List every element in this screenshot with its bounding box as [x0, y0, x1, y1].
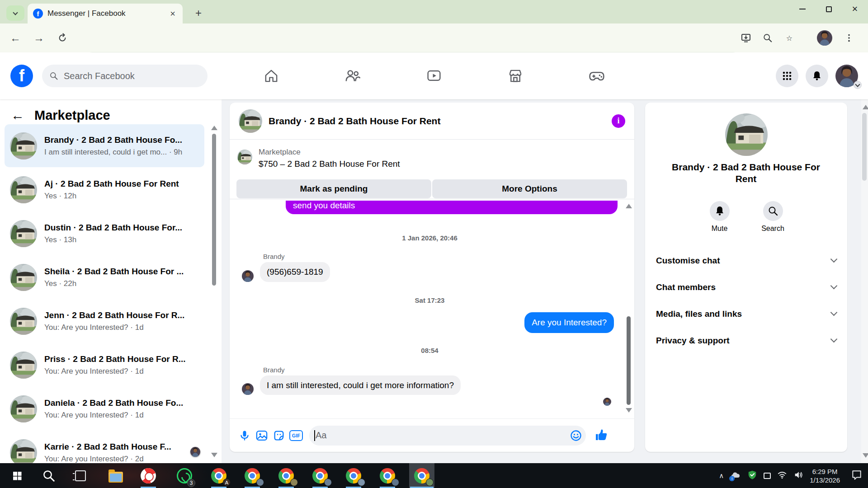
gif-icon[interactable]: GIF [288, 427, 305, 444]
chrome-icon-5[interactable] [341, 463, 366, 488]
chevron-down-icon [13, 10, 18, 15]
task-view-icon[interactable] [68, 463, 93, 488]
browser-tab-strip: f Messenger | Facebook × + × [0, 0, 868, 23]
menu-customise-chat[interactable]: Customise chat [645, 247, 847, 274]
chrome-icon-3[interactable] [274, 463, 299, 488]
floating-avatar[interactable] [190, 447, 200, 457]
tray-expand-icon[interactable]: ∧ [719, 472, 724, 480]
message-received: I am still interested, could i get more … [260, 375, 461, 395]
maximize-button[interactable] [816, 0, 842, 18]
action-center-icon[interactable] [851, 469, 863, 483]
minimize-button[interactable] [789, 0, 816, 18]
nav-watch-tab[interactable] [407, 64, 461, 88]
security-shield-icon[interactable] [747, 470, 757, 482]
search-icon [768, 206, 778, 216]
thumbs-up-icon[interactable] [594, 427, 609, 444]
volume-icon[interactable] [793, 470, 803, 482]
chat-avatar[interactable] [239, 109, 262, 133]
details-avatar[interactable] [725, 113, 768, 156]
message-input-wrap [309, 426, 586, 446]
conversation-item[interactable]: Aj · 2 Bad 2 Bath House For RentYes · 12… [5, 168, 204, 211]
menu-media-files-links[interactable]: Media, files and links [645, 300, 847, 327]
install-app-icon[interactable] [737, 29, 755, 47]
facebook-search[interactable]: Search Facebook [42, 65, 208, 87]
conversation-item[interactable]: Daniela · 2 Bad 2 Bath House Fo...You: A… [5, 387, 204, 430]
conversation-snippet: Yes · 13h [44, 235, 182, 244]
conversation-title: Aj · 2 Bad 2 Bath House For Rent [44, 179, 179, 189]
info-icon[interactable]: i [612, 114, 625, 128]
message-input[interactable] [309, 426, 586, 446]
mute-button[interactable]: Mute [705, 201, 734, 233]
app-icon-red[interactable] [136, 463, 161, 488]
nav-gaming-tab[interactable] [570, 64, 624, 88]
apps-menu-button[interactable] [776, 65, 798, 87]
search-conversation-button[interactable]: Search [759, 201, 788, 233]
notifications-button[interactable] [806, 65, 828, 87]
start-button[interactable] [5, 463, 30, 488]
browser-tab[interactable]: f Messenger | Facebook × [28, 4, 183, 23]
chat-scroll-down-icon[interactable] [626, 408, 632, 413]
search-placeholder: Search Facebook [64, 71, 135, 81]
screen: f Messenger | Facebook × + × ← → faceboo… [0, 0, 868, 488]
attach-photo-icon[interactable] [253, 427, 270, 444]
scroll-down-icon[interactable] [863, 453, 868, 458]
sidebar-scroll-down-icon[interactable] [211, 453, 218, 457]
more-options-button[interactable]: More Options [432, 179, 627, 198]
clock-date: 1/13/2026 [810, 476, 840, 484]
chat-scrollbar[interactable] [627, 316, 631, 405]
chrome-icon-4[interactable] [307, 463, 333, 488]
back-arrow-icon[interactable]: ← [11, 108, 24, 123]
file-explorer-icon[interactable] [103, 463, 128, 488]
chat-scroll-up-icon[interactable] [626, 204, 632, 208]
marketplace-label: Marketplace [259, 148, 301, 157]
zoom-icon[interactable] [759, 29, 777, 47]
menu-chat-members[interactable]: Chat members [645, 274, 847, 300]
conversation-item[interactable]: Priss · 2 Bad 2 Bath House For R...You: … [5, 343, 204, 386]
mark-as-pending-button[interactable]: Mark as pending [236, 179, 431, 198]
wifi-icon[interactable] [777, 470, 787, 482]
emoji-icon[interactable] [570, 429, 582, 444]
nav-home-tab[interactable] [244, 64, 298, 88]
conversation-item[interactable]: Dustin · 2 Bad 2 Bath House For...Yes · … [5, 212, 204, 255]
browser-toolbar: ← → facebook.com/messages/t/125443186319… [0, 23, 868, 52]
chrome-icon-2[interactable] [240, 463, 265, 488]
forward-icon[interactable]: → [30, 29, 48, 47]
conversation-item[interactable]: Brandy · 2 Bad 2 Bath House Fo...I am st… [5, 124, 204, 167]
conversation-title: Karrie · 2 Bad 2 Bath House F... [44, 442, 171, 452]
onedrive-icon[interactable]: i [730, 469, 741, 482]
tab-close-icon[interactable]: × [168, 9, 177, 19]
reload-icon[interactable] [53, 29, 71, 47]
chrome-icon-active[interactable] [409, 463, 434, 488]
sidebar-scrollbar[interactable] [212, 134, 216, 286]
conversation-title: Brandy · 2 Bad 2 Bath House Fo... [44, 135, 182, 145]
search-icon [49, 71, 58, 80]
taskbar-search-icon[interactable] [36, 463, 61, 488]
browser-profile-avatar[interactable] [816, 29, 834, 47]
facebook-logo[interactable]: f [10, 65, 33, 87]
house-avatar [10, 132, 37, 160]
sticker-icon[interactable] [270, 427, 288, 444]
menu-privacy-support[interactable]: Privacy & support [645, 327, 847, 354]
taskbar-clock[interactable]: 6:29 PM 1/13/2026 [810, 467, 840, 484]
account-chevron-icon [854, 81, 862, 89]
tab-search-button[interactable] [6, 5, 24, 21]
nav-friends-tab[interactable] [326, 64, 380, 88]
nav-marketplace-tab[interactable] [488, 64, 542, 88]
conversation-snippet: You: Are you Interested? · 1d [44, 411, 183, 420]
message-received: (956)659-1819 [260, 262, 330, 282]
conversation-item[interactable]: Jenn · 2 Bad 2 Bath House For R...You: A… [5, 300, 204, 343]
chrome-icon-6[interactable] [375, 463, 400, 488]
back-icon[interactable]: ← [6, 29, 24, 47]
browser-menu-icon[interactable] [840, 29, 858, 47]
bookmark-star-icon[interactable]: ☆ [780, 29, 798, 47]
new-tab-button[interactable]: + [192, 6, 205, 20]
sidebar-scroll-up-icon[interactable] [211, 126, 218, 130]
chrome-icon-1[interactable]: A [206, 463, 231, 488]
whatsapp-icon[interactable]: 3 [172, 463, 197, 488]
scroll-up-icon[interactable] [863, 105, 868, 109]
close-button[interactable]: × [842, 0, 868, 18]
conversation-item[interactable]: Sheila · 2 Bad 2 Bath House For ...Yes ·… [5, 256, 204, 299]
voice-clip-icon[interactable] [236, 427, 253, 444]
page-scrollbar[interactable] [861, 99, 868, 463]
tray-window-icon[interactable] [764, 473, 771, 479]
